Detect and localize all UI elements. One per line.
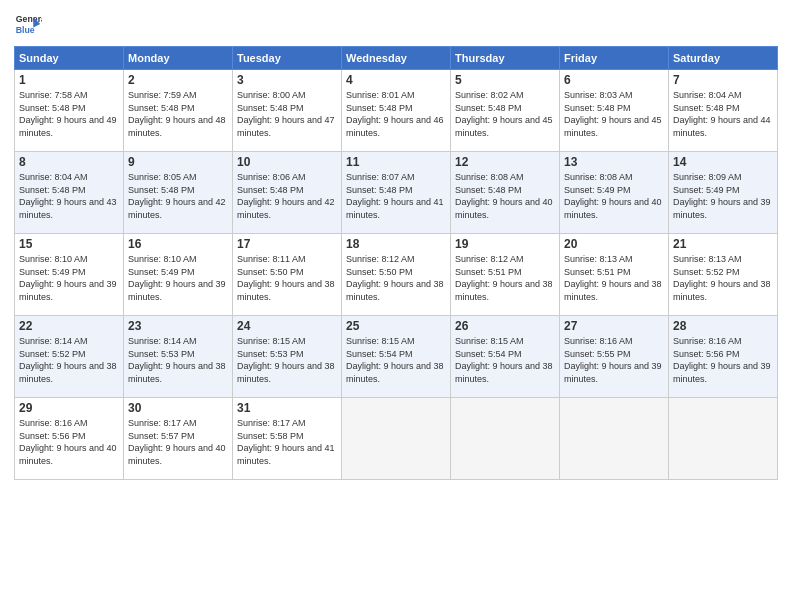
day-info: Sunrise: 8:11 AM Sunset: 5:50 PM Dayligh… xyxy=(237,253,337,303)
day-number: 20 xyxy=(564,237,664,251)
day-info: Sunrise: 8:10 AM Sunset: 5:49 PM Dayligh… xyxy=(128,253,228,303)
day-info: Sunrise: 8:16 AM Sunset: 5:56 PM Dayligh… xyxy=(19,417,119,467)
col-tuesday: Tuesday xyxy=(233,47,342,70)
day-number: 11 xyxy=(346,155,446,169)
day-info: Sunrise: 8:15 AM Sunset: 5:54 PM Dayligh… xyxy=(455,335,555,385)
calendar-cell: 14 Sunrise: 8:09 AM Sunset: 5:49 PM Dayl… xyxy=(669,152,778,234)
col-monday: Monday xyxy=(124,47,233,70)
day-number: 8 xyxy=(19,155,119,169)
day-number: 14 xyxy=(673,155,773,169)
calendar-cell: 7 Sunrise: 8:04 AM Sunset: 5:48 PM Dayli… xyxy=(669,70,778,152)
header-row: Sunday Monday Tuesday Wednesday Thursday… xyxy=(15,47,778,70)
day-number: 26 xyxy=(455,319,555,333)
day-number: 6 xyxy=(564,73,664,87)
day-info: Sunrise: 8:10 AM Sunset: 5:49 PM Dayligh… xyxy=(19,253,119,303)
calendar-cell: 1 Sunrise: 7:58 AM Sunset: 5:48 PM Dayli… xyxy=(15,70,124,152)
calendar-cell: 29 Sunrise: 8:16 AM Sunset: 5:56 PM Dayl… xyxy=(15,398,124,480)
day-number: 7 xyxy=(673,73,773,87)
calendar-cell: 23 Sunrise: 8:14 AM Sunset: 5:53 PM Dayl… xyxy=(124,316,233,398)
calendar-cell: 9 Sunrise: 8:05 AM Sunset: 5:48 PM Dayli… xyxy=(124,152,233,234)
calendar-cell xyxy=(451,398,560,480)
calendar-cell: 17 Sunrise: 8:11 AM Sunset: 5:50 PM Dayl… xyxy=(233,234,342,316)
day-info: Sunrise: 8:16 AM Sunset: 5:56 PM Dayligh… xyxy=(673,335,773,385)
day-info: Sunrise: 8:12 AM Sunset: 5:50 PM Dayligh… xyxy=(346,253,446,303)
day-number: 27 xyxy=(564,319,664,333)
calendar-cell: 15 Sunrise: 8:10 AM Sunset: 5:49 PM Dayl… xyxy=(15,234,124,316)
day-info: Sunrise: 8:06 AM Sunset: 5:48 PM Dayligh… xyxy=(237,171,337,221)
calendar-cell: 10 Sunrise: 8:06 AM Sunset: 5:48 PM Dayl… xyxy=(233,152,342,234)
calendar-cell: 11 Sunrise: 8:07 AM Sunset: 5:48 PM Dayl… xyxy=(342,152,451,234)
day-number: 25 xyxy=(346,319,446,333)
calendar-week-row: 22 Sunrise: 8:14 AM Sunset: 5:52 PM Dayl… xyxy=(15,316,778,398)
day-number: 17 xyxy=(237,237,337,251)
calendar-cell: 6 Sunrise: 8:03 AM Sunset: 5:48 PM Dayli… xyxy=(560,70,669,152)
col-friday: Friday xyxy=(560,47,669,70)
calendar-cell: 18 Sunrise: 8:12 AM Sunset: 5:50 PM Dayl… xyxy=(342,234,451,316)
day-info: Sunrise: 8:14 AM Sunset: 5:52 PM Dayligh… xyxy=(19,335,119,385)
calendar-cell: 30 Sunrise: 8:17 AM Sunset: 5:57 PM Dayl… xyxy=(124,398,233,480)
calendar-cell: 13 Sunrise: 8:08 AM Sunset: 5:49 PM Dayl… xyxy=(560,152,669,234)
day-number: 31 xyxy=(237,401,337,415)
calendar-cell: 5 Sunrise: 8:02 AM Sunset: 5:48 PM Dayli… xyxy=(451,70,560,152)
calendar-week-row: 8 Sunrise: 8:04 AM Sunset: 5:48 PM Dayli… xyxy=(15,152,778,234)
day-info: Sunrise: 8:15 AM Sunset: 5:53 PM Dayligh… xyxy=(237,335,337,385)
day-info: Sunrise: 8:07 AM Sunset: 5:48 PM Dayligh… xyxy=(346,171,446,221)
calendar-cell: 25 Sunrise: 8:15 AM Sunset: 5:54 PM Dayl… xyxy=(342,316,451,398)
day-number: 18 xyxy=(346,237,446,251)
day-info: Sunrise: 8:08 AM Sunset: 5:48 PM Dayligh… xyxy=(455,171,555,221)
day-number: 10 xyxy=(237,155,337,169)
day-number: 30 xyxy=(128,401,228,415)
calendar-cell: 26 Sunrise: 8:15 AM Sunset: 5:54 PM Dayl… xyxy=(451,316,560,398)
day-number: 12 xyxy=(455,155,555,169)
day-number: 19 xyxy=(455,237,555,251)
col-thursday: Thursday xyxy=(451,47,560,70)
day-number: 3 xyxy=(237,73,337,87)
day-info: Sunrise: 8:02 AM Sunset: 5:48 PM Dayligh… xyxy=(455,89,555,139)
day-info: Sunrise: 8:14 AM Sunset: 5:53 PM Dayligh… xyxy=(128,335,228,385)
calendar-cell: 22 Sunrise: 8:14 AM Sunset: 5:52 PM Dayl… xyxy=(15,316,124,398)
day-info: Sunrise: 8:13 AM Sunset: 5:52 PM Dayligh… xyxy=(673,253,773,303)
calendar-cell: 27 Sunrise: 8:16 AM Sunset: 5:55 PM Dayl… xyxy=(560,316,669,398)
svg-text:Blue: Blue xyxy=(16,25,35,35)
calendar-cell xyxy=(669,398,778,480)
day-number: 13 xyxy=(564,155,664,169)
calendar-cell: 31 Sunrise: 8:17 AM Sunset: 5:58 PM Dayl… xyxy=(233,398,342,480)
calendar-cell xyxy=(342,398,451,480)
calendar-cell: 4 Sunrise: 8:01 AM Sunset: 5:48 PM Dayli… xyxy=(342,70,451,152)
day-number: 16 xyxy=(128,237,228,251)
calendar-cell: 16 Sunrise: 8:10 AM Sunset: 5:49 PM Dayl… xyxy=(124,234,233,316)
day-info: Sunrise: 8:15 AM Sunset: 5:54 PM Dayligh… xyxy=(346,335,446,385)
logo: General Blue xyxy=(14,10,42,38)
day-info: Sunrise: 8:12 AM Sunset: 5:51 PM Dayligh… xyxy=(455,253,555,303)
calendar-cell xyxy=(560,398,669,480)
col-saturday: Saturday xyxy=(669,47,778,70)
calendar-week-row: 1 Sunrise: 7:58 AM Sunset: 5:48 PM Dayli… xyxy=(15,70,778,152)
calendar-cell: 8 Sunrise: 8:04 AM Sunset: 5:48 PM Dayli… xyxy=(15,152,124,234)
day-info: Sunrise: 8:17 AM Sunset: 5:57 PM Dayligh… xyxy=(128,417,228,467)
day-number: 15 xyxy=(19,237,119,251)
day-number: 29 xyxy=(19,401,119,415)
page-header: General Blue xyxy=(14,10,778,38)
day-number: 5 xyxy=(455,73,555,87)
day-number: 23 xyxy=(128,319,228,333)
day-info: Sunrise: 8:05 AM Sunset: 5:48 PM Dayligh… xyxy=(128,171,228,221)
calendar-week-row: 29 Sunrise: 8:16 AM Sunset: 5:56 PM Dayl… xyxy=(15,398,778,480)
day-info: Sunrise: 7:59 AM Sunset: 5:48 PM Dayligh… xyxy=(128,89,228,139)
calendar-cell: 21 Sunrise: 8:13 AM Sunset: 5:52 PM Dayl… xyxy=(669,234,778,316)
day-info: Sunrise: 8:00 AM Sunset: 5:48 PM Dayligh… xyxy=(237,89,337,139)
day-number: 9 xyxy=(128,155,228,169)
day-info: Sunrise: 8:17 AM Sunset: 5:58 PM Dayligh… xyxy=(237,417,337,467)
day-info: Sunrise: 8:01 AM Sunset: 5:48 PM Dayligh… xyxy=(346,89,446,139)
col-wednesday: Wednesday xyxy=(342,47,451,70)
day-info: Sunrise: 8:08 AM Sunset: 5:49 PM Dayligh… xyxy=(564,171,664,221)
day-info: Sunrise: 8:04 AM Sunset: 5:48 PM Dayligh… xyxy=(19,171,119,221)
day-number: 21 xyxy=(673,237,773,251)
day-info: Sunrise: 8:16 AM Sunset: 5:55 PM Dayligh… xyxy=(564,335,664,385)
calendar-cell: 3 Sunrise: 8:00 AM Sunset: 5:48 PM Dayli… xyxy=(233,70,342,152)
calendar-cell: 2 Sunrise: 7:59 AM Sunset: 5:48 PM Dayli… xyxy=(124,70,233,152)
calendar-cell: 24 Sunrise: 8:15 AM Sunset: 5:53 PM Dayl… xyxy=(233,316,342,398)
day-number: 22 xyxy=(19,319,119,333)
day-info: Sunrise: 7:58 AM Sunset: 5:48 PM Dayligh… xyxy=(19,89,119,139)
day-number: 2 xyxy=(128,73,228,87)
calendar-table: Sunday Monday Tuesday Wednesday Thursday… xyxy=(14,46,778,480)
